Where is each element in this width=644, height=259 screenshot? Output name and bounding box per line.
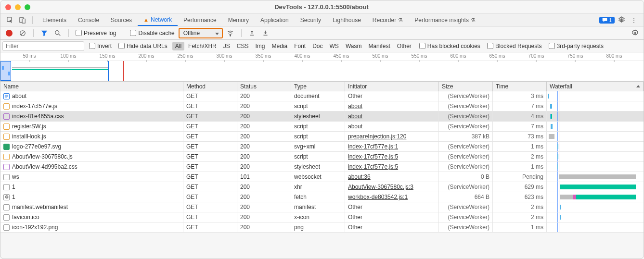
tab-console[interactable]: Console (72, 14, 105, 25)
initiator-link[interactable]: prepareInjection.js:120 (348, 133, 406, 140)
preserve-log-checkbox[interactable]: Preserve log (74, 30, 118, 37)
tab-memory[interactable]: Memory (222, 14, 255, 25)
experiment-icon: ⚗ (471, 17, 476, 23)
type-filter-all[interactable]: All (172, 42, 184, 50)
type-filter-wasm[interactable]: Wasm (343, 42, 365, 50)
type-filter-manifest[interactable]: Manifest (365, 42, 393, 50)
filter-input[interactable] (2, 41, 84, 51)
device-toolbar-icon[interactable] (17, 15, 28, 25)
table-row[interactable]: manifest.webmanifestGET200manifestOther(… (0, 202, 644, 212)
has-blocked-cookies-checkbox[interactable]: Has blocked cookies (417, 43, 482, 49)
zoom-window-button[interactable] (25, 4, 30, 10)
type-filter-css[interactable]: CSS (234, 42, 252, 50)
svg-point-11 (634, 32, 636, 34)
settings-icon[interactable] (616, 15, 627, 25)
request-name: about (12, 93, 26, 99)
table-row[interactable]: AboutView-3067580c.jsGET200scriptindex-1… (0, 152, 644, 162)
upload-har-icon[interactable] (246, 28, 258, 38)
download-har-icon[interactable] (260, 28, 271, 38)
tab-performance-insights[interactable]: Performance insights⚗ (409, 14, 481, 25)
tab-performance[interactable]: Performance (178, 14, 222, 25)
tab-lighthouse[interactable]: Lighthouse (327, 14, 367, 25)
js-file-icon (3, 134, 10, 140)
type-filter-img[interactable]: Img (252, 42, 268, 50)
waterfall-cell (547, 142, 644, 151)
timeline-selection[interactable] (0, 61, 11, 81)
col-name[interactable]: Name (0, 82, 183, 91)
table-row[interactable]: logo-277e0e97.svgGET200svg+xmlindex-17cf… (0, 142, 644, 152)
more-icon[interactable]: ⋮ (628, 15, 640, 25)
ruler-tick: 100 ms (61, 53, 77, 59)
initiator-link[interactable]: about (348, 113, 362, 120)
initiator-link[interactable]: index-17cf577e.js:5 (348, 153, 398, 160)
tab-elements[interactable]: Elements (37, 14, 72, 25)
type-filter-fetch-xhr[interactable]: Fetch/XHR (185, 42, 219, 50)
table-row[interactable]: ⚙1GET200fetchworkbox-de803542.js:1664 B6… (0, 192, 644, 202)
initiator-link: Other (348, 93, 362, 99)
messages-badge[interactable]: 1 (599, 17, 615, 24)
other-file-icon (3, 224, 10, 231)
initiator-link[interactable]: about:36 (348, 173, 371, 180)
col-waterfall[interactable]: Waterfall (547, 82, 644, 91)
table-row[interactable]: registerSW.jsGET200scriptabout(ServiceWo… (0, 122, 644, 132)
table-row[interactable]: wsGET101websocketabout:360 BPending (0, 172, 644, 182)
table-row[interactable]: favicon.icoGET200x-iconOther(ServiceWork… (0, 212, 644, 222)
record-button[interactable] (3, 28, 15, 38)
filter-toggle-icon[interactable] (39, 28, 50, 38)
table-header: Name Method Status Type Initiator Size T… (0, 81, 644, 91)
table-row[interactable]: installHook.jsGET200scriptprepareInjecti… (0, 132, 644, 142)
type-filter-other[interactable]: Other (394, 42, 414, 50)
tab-network[interactable]: ▲Network (138, 14, 178, 26)
table-row[interactable]: aboutGET200documentOther(ServiceWorker)3… (0, 91, 644, 101)
initiator-link[interactable]: about (348, 123, 362, 130)
table-row[interactable]: index-81e4655a.cssGET200stylesheetabout(… (0, 111, 644, 122)
third-party-checkbox[interactable]: 3rd-party requests (547, 43, 605, 49)
initiator-link[interactable]: index-17cf577e.js:1 (348, 143, 398, 150)
tab-sources[interactable]: Sources (105, 14, 138, 25)
close-window-button[interactable] (5, 4, 11, 10)
request-name: installHook.js (12, 133, 46, 140)
col-status[interactable]: Status (237, 82, 291, 91)
type-filter-doc[interactable]: Doc (309, 42, 325, 50)
search-icon[interactable] (52, 28, 64, 38)
col-method[interactable]: Method (183, 82, 237, 91)
wifi-icon[interactable] (225, 28, 236, 38)
type-filter-js[interactable]: JS (220, 42, 233, 50)
table-row[interactable]: 1GET200xhrAboutView-3067580c.js:3(Servic… (0, 182, 644, 192)
table-row[interactable]: icon-192x192.pngGET200pngOther(ServiceWo… (0, 222, 644, 233)
initiator-link[interactable]: about (348, 103, 362, 110)
other-file-icon (3, 214, 10, 221)
svg-point-8 (230, 35, 231, 36)
col-initiator[interactable]: Initiator (345, 82, 439, 91)
tab-security[interactable]: Security (295, 14, 327, 25)
request-name: 1 (12, 194, 15, 200)
ruler-tick: 750 ms (567, 53, 583, 59)
messages-count: 1 (609, 17, 612, 23)
js-file-icon (3, 103, 10, 110)
hide-data-urls-checkbox[interactable]: Hide data URLs (116, 43, 169, 49)
disable-cache-checkbox[interactable]: Disable cache (128, 30, 176, 37)
timeline-overview[interactable]: 50 ms100 ms150 ms200 ms250 ms300 ms350 m… (0, 52, 644, 81)
clear-button[interactable] (17, 28, 28, 38)
invert-checkbox[interactable]: Invert (87, 43, 114, 49)
tab-application[interactable]: Application (255, 14, 295, 25)
minimize-window-button[interactable] (15, 4, 21, 10)
type-filter-ws[interactable]: WS (327, 42, 342, 50)
type-filter-font[interactable]: Font (291, 42, 309, 50)
col-type[interactable]: Type (291, 82, 345, 91)
other-file-icon (3, 204, 10, 210)
type-filter-media[interactable]: Media (269, 42, 290, 50)
col-time[interactable]: Time (493, 82, 547, 91)
initiator-link: Other (348, 214, 362, 221)
network-settings-icon[interactable] (629, 28, 641, 38)
table-row[interactable]: AboutView-4d995ba2.cssGET200stylesheetin… (0, 162, 644, 172)
table-row[interactable]: index-17cf577e.jsGET200scriptabout(Servi… (0, 101, 644, 111)
blocked-requests-checkbox[interactable]: Blocked Requests (485, 43, 544, 49)
initiator-link[interactable]: workbox-de803542.js:1 (348, 194, 408, 200)
col-size[interactable]: Size (439, 82, 493, 91)
throttling-select[interactable]: Offline (179, 28, 223, 38)
inspect-element-icon[interactable] (4, 15, 16, 25)
tab-recorder[interactable]: Recorder⚗ (367, 14, 409, 25)
initiator-link[interactable]: AboutView-3067580c.js:3 (348, 184, 413, 190)
initiator-link[interactable]: index-17cf577e.js:5 (348, 163, 398, 170)
